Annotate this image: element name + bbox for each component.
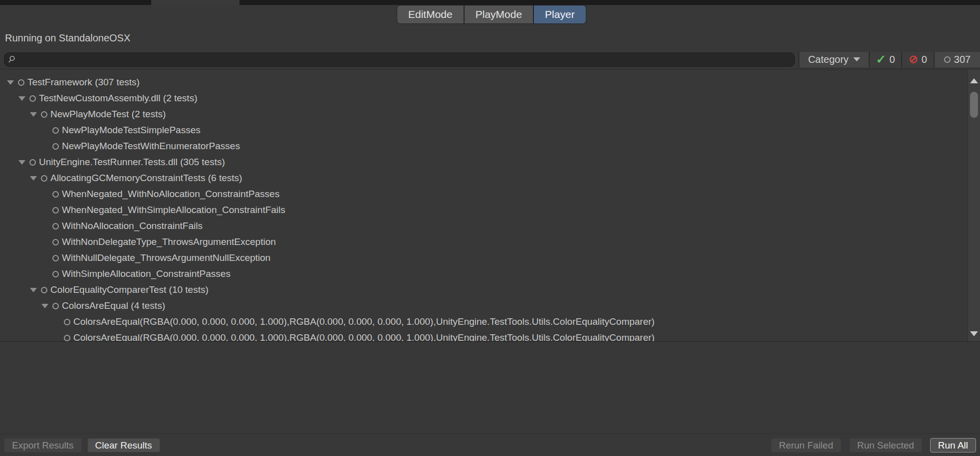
window-tab-notch — [151, 0, 240, 5]
scroll-down-icon[interactable] — [970, 331, 978, 336]
test-name: TestFramework (307 tests) — [27, 77, 140, 88]
test-status-circle-icon — [52, 143, 59, 150]
check-icon: ✓ — [876, 53, 886, 65]
tree-row[interactable]: ColorsAreEqual (4 tests) — [0, 298, 967, 314]
test-status-circle-icon — [41, 175, 47, 182]
test-status-circle-icon — [52, 191, 59, 198]
test-name: WhenNegated_WithSimpleAllocation_Constra… — [62, 205, 285, 216]
test-name: NewPlayModeTest (2 tests) — [50, 109, 166, 120]
caret-expanded-icon[interactable] — [18, 96, 29, 101]
passed-count: 0 — [889, 54, 895, 65]
search-icon — [8, 55, 16, 63]
test-name: WithSimpleAllocation_ConstraintPasses — [62, 268, 231, 279]
test-name: WithNonDelegateType_ThrowsArgumentExcept… — [62, 236, 276, 247]
clear-results-button[interactable]: Clear Results — [87, 438, 160, 453]
test-status-circle-icon — [52, 223, 59, 229]
filter-passed-button[interactable]: ✓ 0 — [869, 52, 901, 67]
test-status-circle-icon — [64, 335, 70, 341]
status-row: Running on StandaloneOSX — [0, 26, 980, 50]
caret-expanded-icon[interactable] — [30, 112, 41, 117]
test-status-circle-icon — [52, 255, 59, 261]
tree-row[interactable]: NewPlayModeTestSimplePasses — [0, 122, 967, 138]
tree-row[interactable]: NewPlayModeTest (2 tests) — [0, 106, 967, 122]
category-label: Category — [808, 54, 848, 65]
category-dropdown[interactable]: Category — [798, 52, 869, 67]
test-name: TestNewCustomAssembly.dll (2 tests) — [39, 93, 197, 104]
toolbar: Category ✓ 0 ⊘ 0 307 — [0, 50, 980, 69]
caret-expanded-icon[interactable] — [30, 176, 41, 181]
tree-row[interactable]: WithNullDelegate_ThrowsArgumentNullExcep… — [0, 250, 967, 266]
test-name: WhenNegated_WithNoAllocation_ConstraintP… — [62, 189, 279, 200]
circle-icon — [944, 56, 951, 63]
test-name: AllocatingGCMemoryConstraintTests (6 tes… — [50, 173, 242, 184]
tree-row[interactable]: WithSimpleAllocation_ConstraintPasses — [0, 266, 967, 282]
run-all-button[interactable]: Run All — [930, 438, 976, 453]
tab-playmode[interactable]: PlayMode — [465, 5, 533, 23]
filter-notrun-button[interactable]: 307 — [934, 52, 980, 67]
test-status-circle-icon — [18, 79, 24, 86]
test-name: UnityEngine.TestRunner.Tests.dll (305 te… — [39, 157, 225, 168]
mode-tab-row: EditMode PlayMode Player — [0, 5, 980, 26]
tree-row[interactable]: UnityEngine.TestRunner.Tests.dll (305 te… — [0, 154, 967, 170]
test-tree-panel: TestFramework (307 tests)TestNewCustomAs… — [0, 69, 980, 342]
test-status-circle-icon — [52, 239, 59, 245]
detail-panel-empty — [0, 342, 980, 434]
test-name: NewPlayModeTestSimplePasses — [62, 125, 201, 136]
scroll-up-icon[interactable] — [970, 78, 978, 83]
search-box[interactable] — [4, 52, 795, 67]
vertical-scrollbar[interactable] — [968, 69, 980, 341]
test-name: NewPlayModeTestWithEnumeratorPasses — [62, 141, 240, 152]
tree-row[interactable]: ColorEqualityComparerTest (10 tests) — [0, 282, 967, 298]
test-name: WithNoAllocation_ConstraintFails — [62, 221, 203, 231]
scrollbar-thumb[interactable] — [970, 92, 978, 118]
filter-failed-button[interactable]: ⊘ 0 — [901, 52, 934, 67]
window-top-strip — [0, 0, 980, 5]
search-input[interactable] — [19, 54, 794, 65]
test-status-circle-icon — [52, 207, 59, 214]
mode-tab-group: EditMode PlayMode Player — [397, 5, 586, 24]
tab-player[interactable]: Player — [534, 5, 586, 23]
tree-row[interactable]: TestNewCustomAssembly.dll (2 tests) — [0, 90, 967, 106]
test-status-circle-icon — [52, 271, 59, 277]
tree-row[interactable]: WhenNegated_WithNoAllocation_ConstraintP… — [0, 186, 967, 202]
status-text: Running on StandaloneOSX — [5, 32, 130, 44]
test-name: ColorsAreEqual (4 tests) — [62, 300, 165, 311]
test-status-circle-icon — [52, 303, 59, 309]
tree-row[interactable]: TestFramework (307 tests) — [0, 74, 967, 90]
test-status-circle-icon — [29, 95, 36, 102]
footer-right-group: Rerun Failed Run Selected Run All — [771, 438, 976, 453]
tree-row[interactable]: AllocatingGCMemoryConstraintTests (6 tes… — [0, 170, 967, 186]
tree-row[interactable]: WithNoAllocation_ConstraintFails — [0, 218, 967, 234]
filter-cluster: Category ✓ 0 ⊘ 0 307 — [798, 52, 980, 67]
rerun-failed-button[interactable]: Rerun Failed — [771, 438, 841, 453]
export-results-button[interactable]: Export Results — [4, 438, 82, 453]
test-name: ColorsAreEqual(RGBA(0.000, 0.000, 0.000,… — [73, 332, 655, 342]
tree-row[interactable]: ColorsAreEqual(RGBA(0.000, 0.000, 0.000,… — [0, 330, 967, 342]
tree-row[interactable]: ColorsAreEqual(RGBA(0.000, 0.000, 0.000,… — [0, 314, 967, 330]
footer-bar: Export Results Clear Results Rerun Faile… — [0, 434, 980, 456]
no-sign-icon: ⊘ — [909, 54, 918, 65]
caret-expanded-icon[interactable] — [30, 288, 41, 292]
failed-count: 0 — [922, 54, 927, 65]
tab-editmode[interactable]: EditMode — [397, 5, 464, 23]
test-status-circle-icon — [52, 127, 59, 134]
caret-expanded-icon[interactable] — [18, 160, 29, 165]
test-status-circle-icon — [41, 287, 47, 293]
test-tree: TestFramework (307 tests)TestNewCustomAs… — [0, 69, 967, 342]
test-name: ColorEqualityComparerTest (10 tests) — [50, 284, 209, 295]
test-name: ColorsAreEqual(RGBA(0.000, 0.000, 0.000,… — [73, 316, 655, 327]
caret-expanded-icon[interactable] — [7, 80, 18, 85]
test-name: WithNullDelegate_ThrowsArgumentNullExcep… — [62, 252, 270, 263]
chevron-down-icon — [853, 57, 860, 61]
test-status-circle-icon — [64, 319, 70, 325]
notrun-count: 307 — [954, 54, 971, 65]
test-status-circle-icon — [41, 111, 47, 118]
footer-left-group: Export Results Clear Results — [4, 438, 160, 453]
run-selected-button[interactable]: Run Selected — [849, 438, 922, 453]
tree-row[interactable]: WhenNegated_WithSimpleAllocation_Constra… — [0, 202, 967, 218]
tree-row[interactable]: NewPlayModeTestWithEnumeratorPasses — [0, 138, 967, 154]
tree-row[interactable]: WithNonDelegateType_ThrowsArgumentExcept… — [0, 234, 967, 250]
caret-expanded-icon[interactable] — [41, 304, 52, 308]
test-status-circle-icon — [29, 159, 36, 166]
